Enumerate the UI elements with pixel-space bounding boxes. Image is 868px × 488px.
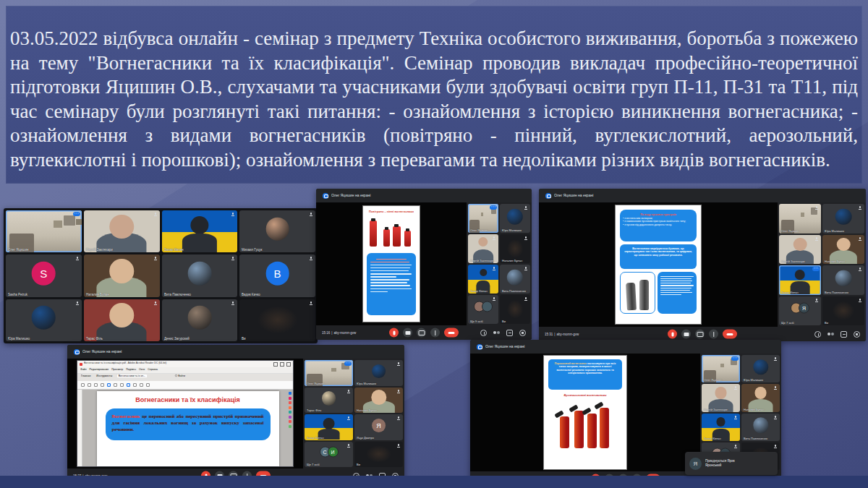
- participant-name: Захар Ківтан: [470, 290, 488, 294]
- participant-tile[interactable]: Захар Ківтан: [779, 265, 821, 295]
- meeting-details-button[interactable]: [814, 331, 821, 338]
- window-controls[interactable]: [273, 362, 291, 367]
- participant-tile[interactable]: Сергій Закляхари: [468, 234, 498, 263]
- activities-button[interactable]: [854, 331, 860, 338]
- participant-tile[interactable]: Захар Ківтан: [305, 414, 353, 440]
- mic-muted-icon: [347, 390, 350, 393]
- stacked-avatars: Я: [792, 302, 808, 313]
- letter-avatar: Я: [372, 419, 386, 433]
- participant-tile[interactable]: Олег Яцишин: [305, 360, 353, 386]
- participant-tile[interactable]: Наталия Булан: [84, 254, 160, 296]
- vintage-extinguishers-image: [620, 272, 655, 314]
- participant-name: Олег Яцишин: [307, 382, 325, 385]
- camera-button[interactable]: [681, 330, 691, 339]
- menu-window[interactable]: Окно: [139, 368, 145, 371]
- photo-avatar: [322, 391, 336, 406]
- tab-document[interactable]: Вогнегасники та їх кл...: [116, 374, 147, 377]
- participant-tile[interactable]: Захар Ківтан: [468, 265, 498, 294]
- tab-home[interactable]: Главная: [80, 374, 92, 377]
- chat-button[interactable]: [506, 330, 513, 336]
- mic-muted-icon: [347, 416, 350, 420]
- participant-tile[interactable]: Сергій Закляхари: [702, 384, 740, 411]
- acrobat-tool-panel[interactable]: [289, 392, 292, 428]
- acrobat-side-strip[interactable]: [77, 390, 82, 466]
- participant-name: Олег Яцишин: [704, 379, 722, 382]
- sign-in-button[interactable]: Войти: [175, 374, 185, 377]
- meeting-details-button[interactable]: [480, 330, 487, 336]
- menu-file[interactable]: Файл: [80, 368, 87, 371]
- photo-avatar: [265, 217, 289, 241]
- people-button[interactable]: [827, 331, 834, 338]
- participant-tile[interactable]: Юра Малишко: [354, 360, 403, 386]
- tab-tools[interactable]: Инструменты: [95, 374, 114, 377]
- participant-tile[interactable]: Ви: [239, 299, 315, 341]
- presenter-label: Олег Яцишин на екрані: [331, 194, 370, 198]
- more-badge-icon: [812, 267, 820, 271]
- more-options-button[interactable]: [709, 330, 718, 339]
- participant-tile[interactable]: Вита Павлюченко: [162, 254, 238, 296]
- screenshare-icon: [74, 349, 80, 355]
- participant-tile[interactable]: Сергій Закляхари: [779, 235, 821, 265]
- participant-tile[interactable]: Наталия Булан: [354, 388, 403, 414]
- participant-tile[interactable]: Ще 9 осіб: [468, 295, 498, 324]
- participant-tile[interactable]: Олег Яцишин: [468, 204, 498, 233]
- person-silhouette: [182, 216, 217, 252]
- camera-button[interactable]: [403, 328, 412, 338]
- participant-tile[interactable]: BВадик Качко: [239, 254, 315, 296]
- present-button[interactable]: [695, 330, 705, 339]
- extinguishers-image: [363, 217, 420, 250]
- participant-tile[interactable]: Вита Павлюченко: [741, 414, 780, 441]
- participant-tile[interactable]: Денис Загурский: [162, 299, 238, 341]
- participant-tile[interactable]: SSasha Petruk: [6, 254, 82, 296]
- chat-button[interactable]: [841, 331, 847, 338]
- participant-tile[interactable]: Михаил Гуцук: [239, 210, 315, 252]
- activities-button[interactable]: [519, 330, 526, 336]
- participant-tile[interactable]: Юра Малишко: [500, 204, 530, 233]
- mic-button[interactable]: [389, 328, 399, 338]
- participant-tile[interactable]: Ви: [500, 295, 530, 324]
- participant-tile[interactable]: Наталия Булан: [500, 234, 530, 263]
- more-options-button[interactable]: [430, 328, 440, 338]
- participant-tile[interactable]: Захар Ківтан: [162, 210, 238, 252]
- participant-tile[interactable]: Вита Павлюченко: [500, 265, 530, 294]
- participant-tile[interactable]: Ви: [822, 296, 864, 326]
- participant-tile[interactable]: Захар Ківтан: [702, 414, 740, 441]
- menu-edit[interactable]: Редактирование: [90, 368, 109, 371]
- meet-screenshot-powder-co2: Олег Яцишин на екрані Порошковий вогнега…: [470, 340, 781, 486]
- definition-term: Вогнегасник: [112, 414, 140, 419]
- present-button[interactable]: [417, 328, 426, 338]
- leave-call-button[interactable]: [444, 328, 459, 338]
- slide-box-title: По виду пускових пристроїв: [623, 213, 694, 216]
- participant-tile[interactable]: Юра Малишко: [741, 355, 780, 382]
- participant-tile[interactable]: Юра Малишко: [6, 299, 82, 341]
- participant-tile[interactable]: Вита Павлюченко: [822, 265, 864, 295]
- acrobat-titlebar: Вогнегасники та їх класифікація.pdf - Ad…: [77, 361, 293, 367]
- mic-button[interactable]: [668, 330, 677, 339]
- participant-tile[interactable]: Олег Яцишин: [6, 210, 82, 252]
- more-badge-icon: [73, 212, 80, 216]
- participant-tile[interactable]: Наталия Булан: [822, 235, 864, 265]
- menu-help[interactable]: Справка: [148, 368, 158, 371]
- menu-sign[interactable]: Подпись: [126, 368, 136, 371]
- participant-tile[interactable]: CИЩе 7 осіб: [305, 442, 353, 468]
- participant-tile[interactable]: Олег Яцишин: [702, 355, 740, 382]
- participant-tile[interactable]: Тарас Філь: [305, 388, 353, 414]
- participant-tile[interactable]: Юра Малишко: [822, 204, 864, 234]
- people-button[interactable]: [493, 330, 500, 336]
- participant-tile[interactable]: ЯЩе 7 осіб: [779, 296, 821, 326]
- participant-tile[interactable]: Ви: [354, 442, 403, 468]
- participant-tile[interactable]: Олег Яцишин: [779, 204, 821, 234]
- participant-name: Сергій Закляхари: [470, 260, 494, 263]
- leave-call-button[interactable]: [723, 330, 737, 339]
- participant-tile[interactable]: Тарас Філь: [84, 299, 160, 341]
- menu-view[interactable]: Просмотр: [111, 368, 123, 371]
- participant-tile[interactable]: Наталия Булан: [741, 384, 780, 411]
- participant-tile[interactable]: ЯЯцук Дмитро: [354, 414, 403, 440]
- mic-muted-icon: [397, 416, 400, 420]
- presenter-label: Олег Яцишин на екрані: [554, 194, 593, 198]
- meet-screenshot-grid: Олег ЯцишинСергій ЗакляхариЗахар КівтанМ…: [4, 208, 318, 343]
- photo-avatar: [188, 306, 212, 330]
- participant-tile[interactable]: Сергій Закляхари: [84, 210, 160, 252]
- acrobat-toolbar[interactable]: [77, 381, 293, 390]
- participant-name: Ще 7 осіб: [781, 322, 794, 325]
